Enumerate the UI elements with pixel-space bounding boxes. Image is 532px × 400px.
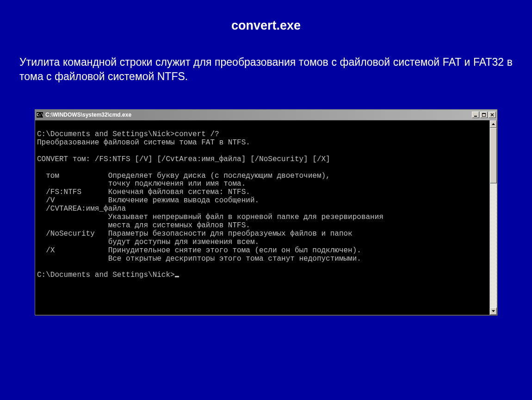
slide-description: Утилита командной строки служит для прео… xyxy=(19,55,513,84)
window-controls xyxy=(472,112,496,118)
scroll-down-button[interactable] xyxy=(490,307,497,315)
window-titlebar[interactable]: C:\ C:\WINDOWS\system32\cmd.exe xyxy=(35,110,497,120)
scroll-thumb[interactable] xyxy=(490,128,497,183)
terminal-output[interactable]: C:\Documents and Settings\Nick>convert /… xyxy=(35,120,489,315)
slide-title: convert.exe xyxy=(14,19,518,33)
window-title: C:\WINDOWS\system32\cmd.exe xyxy=(45,112,472,118)
minimize-button[interactable] xyxy=(472,112,479,118)
maximize-button[interactable] xyxy=(480,112,488,118)
cmd-window: C:\ C:\WINDOWS\system32\cmd.exe C:\Docum… xyxy=(35,109,497,315)
cmd-icon: C:\ xyxy=(36,112,43,118)
svg-rect-2 xyxy=(482,113,486,114)
scroll-up-button[interactable] xyxy=(490,120,497,128)
close-button[interactable] xyxy=(489,112,496,118)
terminal-body: C:\Documents and Settings\Nick>convert /… xyxy=(35,120,497,315)
cursor-icon xyxy=(175,276,179,277)
scroll-track[interactable] xyxy=(490,128,497,307)
slide: convert.exe Утилита командной строки слу… xyxy=(0,0,532,400)
vertical-scrollbar[interactable] xyxy=(489,120,497,315)
svg-rect-0 xyxy=(474,116,477,117)
